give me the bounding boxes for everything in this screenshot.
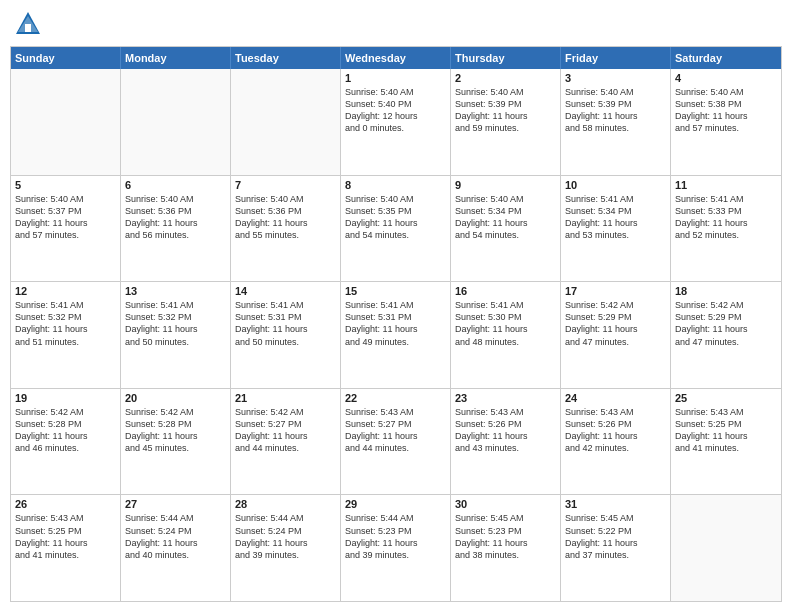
calendar-cell-20: 20Sunrise: 5:42 AM Sunset: 5:28 PM Dayli… [121, 389, 231, 495]
header-day-monday: Monday [121, 47, 231, 69]
calendar-cell-23: 23Sunrise: 5:43 AM Sunset: 5:26 PM Dayli… [451, 389, 561, 495]
day-number: 30 [455, 498, 556, 510]
day-number: 24 [565, 392, 666, 404]
calendar-cell-6: 6Sunrise: 5:40 AM Sunset: 5:36 PM Daylig… [121, 176, 231, 282]
day-number: 4 [675, 72, 777, 84]
cell-content: Sunrise: 5:41 AM Sunset: 5:33 PM Dayligh… [675, 193, 777, 242]
calendar-cell-5: 5Sunrise: 5:40 AM Sunset: 5:37 PM Daylig… [11, 176, 121, 282]
cell-content: Sunrise: 5:40 AM Sunset: 5:40 PM Dayligh… [345, 86, 446, 135]
calendar-row-3: 19Sunrise: 5:42 AM Sunset: 5:28 PM Dayli… [11, 389, 781, 496]
cell-content: Sunrise: 5:41 AM Sunset: 5:32 PM Dayligh… [15, 299, 116, 348]
cell-content: Sunrise: 5:43 AM Sunset: 5:26 PM Dayligh… [455, 406, 556, 455]
header [10, 10, 782, 38]
day-number: 31 [565, 498, 666, 510]
calendar-cell-empty-0-0 [11, 69, 121, 175]
day-number: 12 [15, 285, 116, 297]
calendar-cell-14: 14Sunrise: 5:41 AM Sunset: 5:31 PM Dayli… [231, 282, 341, 388]
cell-content: Sunrise: 5:42 AM Sunset: 5:28 PM Dayligh… [15, 406, 116, 455]
calendar-header: SundayMondayTuesdayWednesdayThursdayFrid… [11, 47, 781, 69]
cell-content: Sunrise: 5:40 AM Sunset: 5:36 PM Dayligh… [235, 193, 336, 242]
cell-content: Sunrise: 5:40 AM Sunset: 5:34 PM Dayligh… [455, 193, 556, 242]
calendar-cell-12: 12Sunrise: 5:41 AM Sunset: 5:32 PM Dayli… [11, 282, 121, 388]
cell-content: Sunrise: 5:42 AM Sunset: 5:27 PM Dayligh… [235, 406, 336, 455]
logo [14, 10, 45, 38]
day-number: 25 [675, 392, 777, 404]
day-number: 29 [345, 498, 446, 510]
calendar-cell-empty-0-2 [231, 69, 341, 175]
day-number: 21 [235, 392, 336, 404]
calendar-cell-10: 10Sunrise: 5:41 AM Sunset: 5:34 PM Dayli… [561, 176, 671, 282]
calendar-cell-2: 2Sunrise: 5:40 AM Sunset: 5:39 PM Daylig… [451, 69, 561, 175]
calendar-cell-29: 29Sunrise: 5:44 AM Sunset: 5:23 PM Dayli… [341, 495, 451, 601]
day-number: 20 [125, 392, 226, 404]
cell-content: Sunrise: 5:41 AM Sunset: 5:31 PM Dayligh… [345, 299, 446, 348]
cell-content: Sunrise: 5:44 AM Sunset: 5:24 PM Dayligh… [125, 512, 226, 561]
day-number: 13 [125, 285, 226, 297]
cell-content: Sunrise: 5:43 AM Sunset: 5:26 PM Dayligh… [565, 406, 666, 455]
calendar: SundayMondayTuesdayWednesdayThursdayFrid… [10, 46, 782, 602]
header-day-sunday: Sunday [11, 47, 121, 69]
calendar-row-4: 26Sunrise: 5:43 AM Sunset: 5:25 PM Dayli… [11, 495, 781, 601]
calendar-cell-26: 26Sunrise: 5:43 AM Sunset: 5:25 PM Dayli… [11, 495, 121, 601]
page: SundayMondayTuesdayWednesdayThursdayFrid… [0, 0, 792, 612]
day-number: 14 [235, 285, 336, 297]
calendar-cell-empty-0-1 [121, 69, 231, 175]
cell-content: Sunrise: 5:41 AM Sunset: 5:34 PM Dayligh… [565, 193, 666, 242]
calendar-cell-13: 13Sunrise: 5:41 AM Sunset: 5:32 PM Dayli… [121, 282, 231, 388]
calendar-cell-18: 18Sunrise: 5:42 AM Sunset: 5:29 PM Dayli… [671, 282, 781, 388]
day-number: 5 [15, 179, 116, 191]
calendar-cell-27: 27Sunrise: 5:44 AM Sunset: 5:24 PM Dayli… [121, 495, 231, 601]
calendar-row-1: 5Sunrise: 5:40 AM Sunset: 5:37 PM Daylig… [11, 176, 781, 283]
header-day-wednesday: Wednesday [341, 47, 451, 69]
day-number: 19 [15, 392, 116, 404]
cell-content: Sunrise: 5:45 AM Sunset: 5:22 PM Dayligh… [565, 512, 666, 561]
cell-content: Sunrise: 5:44 AM Sunset: 5:24 PM Dayligh… [235, 512, 336, 561]
calendar-cell-11: 11Sunrise: 5:41 AM Sunset: 5:33 PM Dayli… [671, 176, 781, 282]
day-number: 28 [235, 498, 336, 510]
cell-content: Sunrise: 5:42 AM Sunset: 5:28 PM Dayligh… [125, 406, 226, 455]
calendar-cell-4: 4Sunrise: 5:40 AM Sunset: 5:38 PM Daylig… [671, 69, 781, 175]
calendar-row-2: 12Sunrise: 5:41 AM Sunset: 5:32 PM Dayli… [11, 282, 781, 389]
cell-content: Sunrise: 5:42 AM Sunset: 5:29 PM Dayligh… [565, 299, 666, 348]
calendar-cell-17: 17Sunrise: 5:42 AM Sunset: 5:29 PM Dayli… [561, 282, 671, 388]
cell-content: Sunrise: 5:42 AM Sunset: 5:29 PM Dayligh… [675, 299, 777, 348]
calendar-body: 1Sunrise: 5:40 AM Sunset: 5:40 PM Daylig… [11, 69, 781, 601]
header-day-tuesday: Tuesday [231, 47, 341, 69]
cell-content: Sunrise: 5:41 AM Sunset: 5:31 PM Dayligh… [235, 299, 336, 348]
day-number: 18 [675, 285, 777, 297]
cell-content: Sunrise: 5:40 AM Sunset: 5:39 PM Dayligh… [455, 86, 556, 135]
header-day-friday: Friday [561, 47, 671, 69]
cell-content: Sunrise: 5:40 AM Sunset: 5:35 PM Dayligh… [345, 193, 446, 242]
day-number: 1 [345, 72, 446, 84]
calendar-cell-28: 28Sunrise: 5:44 AM Sunset: 5:24 PM Dayli… [231, 495, 341, 601]
cell-content: Sunrise: 5:40 AM Sunset: 5:39 PM Dayligh… [565, 86, 666, 135]
calendar-cell-8: 8Sunrise: 5:40 AM Sunset: 5:35 PM Daylig… [341, 176, 451, 282]
cell-content: Sunrise: 5:41 AM Sunset: 5:32 PM Dayligh… [125, 299, 226, 348]
day-number: 9 [455, 179, 556, 191]
calendar-cell-16: 16Sunrise: 5:41 AM Sunset: 5:30 PM Dayli… [451, 282, 561, 388]
day-number: 22 [345, 392, 446, 404]
cell-content: Sunrise: 5:45 AM Sunset: 5:23 PM Dayligh… [455, 512, 556, 561]
calendar-cell-21: 21Sunrise: 5:42 AM Sunset: 5:27 PM Dayli… [231, 389, 341, 495]
header-day-saturday: Saturday [671, 47, 781, 69]
calendar-cell-7: 7Sunrise: 5:40 AM Sunset: 5:36 PM Daylig… [231, 176, 341, 282]
calendar-cell-19: 19Sunrise: 5:42 AM Sunset: 5:28 PM Dayli… [11, 389, 121, 495]
day-number: 7 [235, 179, 336, 191]
day-number: 11 [675, 179, 777, 191]
day-number: 16 [455, 285, 556, 297]
day-number: 15 [345, 285, 446, 297]
logo-icon [14, 10, 42, 38]
calendar-cell-1: 1Sunrise: 5:40 AM Sunset: 5:40 PM Daylig… [341, 69, 451, 175]
day-number: 27 [125, 498, 226, 510]
calendar-row-0: 1Sunrise: 5:40 AM Sunset: 5:40 PM Daylig… [11, 69, 781, 176]
cell-content: Sunrise: 5:40 AM Sunset: 5:36 PM Dayligh… [125, 193, 226, 242]
cell-content: Sunrise: 5:43 AM Sunset: 5:25 PM Dayligh… [675, 406, 777, 455]
day-number: 3 [565, 72, 666, 84]
day-number: 23 [455, 392, 556, 404]
day-number: 2 [455, 72, 556, 84]
calendar-cell-9: 9Sunrise: 5:40 AM Sunset: 5:34 PM Daylig… [451, 176, 561, 282]
day-number: 10 [565, 179, 666, 191]
cell-content: Sunrise: 5:43 AM Sunset: 5:25 PM Dayligh… [15, 512, 116, 561]
cell-content: Sunrise: 5:44 AM Sunset: 5:23 PM Dayligh… [345, 512, 446, 561]
calendar-cell-31: 31Sunrise: 5:45 AM Sunset: 5:22 PM Dayli… [561, 495, 671, 601]
